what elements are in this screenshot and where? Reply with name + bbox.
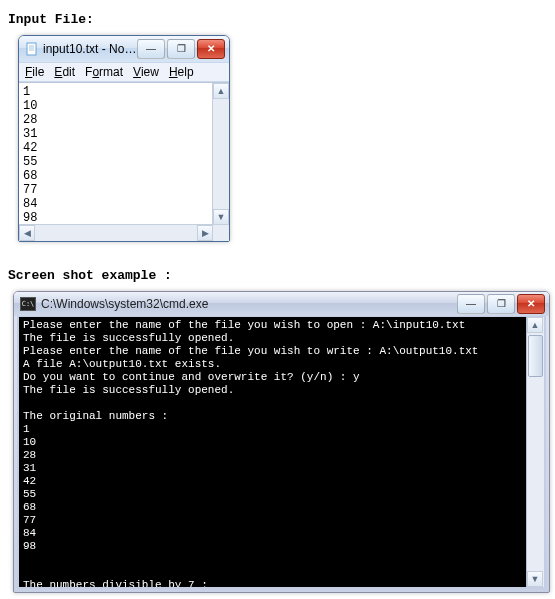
notepad-icon: [25, 42, 39, 56]
scroll-down-icon[interactable]: ▼: [213, 209, 229, 225]
cmd-vertical-scrollbar[interactable]: ▲ ▼: [526, 317, 544, 587]
minimize-button[interactable]: —: [137, 39, 165, 59]
menu-file[interactable]: File: [25, 65, 44, 79]
minimize-icon: —: [146, 44, 156, 54]
notepad-menubar: File Edit Format View Help: [19, 62, 229, 82]
menu-help[interactable]: Help: [169, 65, 194, 79]
maximize-icon: ❐: [177, 44, 186, 54]
close-button[interactable]: ✕: [197, 39, 225, 59]
vertical-scrollbar[interactable]: ▲ ▼: [212, 83, 229, 225]
cmd-output[interactable]: Please enter the name of the file you wi…: [19, 317, 526, 587]
scroll-down-icon[interactable]: ▼: [527, 571, 543, 587]
maximize-icon: ❐: [497, 299, 506, 309]
scroll-thumb[interactable]: [528, 335, 543, 377]
notepad-titlebar[interactable]: input10.txt - Note... — ❐ ✕: [19, 36, 229, 62]
minimize-icon: —: [466, 299, 476, 309]
close-icon: ✕: [207, 44, 215, 54]
cmd-maximize-button[interactable]: ❐: [487, 294, 515, 314]
cmd-close-button[interactable]: ✕: [517, 294, 545, 314]
notepad-text-area[interactable]: 1 10 28 31 42 55 68 77 84 98: [19, 83, 211, 223]
input-file-label: Input File:: [8, 12, 547, 27]
horizontal-scrollbar[interactable]: ◀ ▶: [19, 224, 213, 241]
scroll-up-icon[interactable]: ▲: [213, 83, 229, 99]
menu-edit[interactable]: Edit: [54, 65, 75, 79]
cmd-title: C:\Windows\system32\cmd.exe: [41, 297, 457, 311]
cmd-window: C:\ C:\Windows\system32\cmd.exe — ❐ ✕ Pl…: [13, 291, 550, 593]
svg-rect-0: [27, 43, 36, 55]
screenshot-example-label: Screen shot example :: [8, 268, 547, 283]
menu-view[interactable]: View: [133, 65, 159, 79]
notepad-title: input10.txt - Note...: [43, 42, 137, 56]
scroll-right-icon[interactable]: ▶: [197, 225, 213, 241]
scroll-up-icon[interactable]: ▲: [527, 317, 543, 333]
menu-format[interactable]: Format: [85, 65, 123, 79]
cmd-minimize-button[interactable]: —: [457, 294, 485, 314]
cmd-icon: C:\: [20, 297, 36, 311]
scroll-left-icon[interactable]: ◀: [19, 225, 35, 241]
scroll-corner: [212, 224, 229, 241]
close-icon: ✕: [527, 299, 535, 309]
cmd-titlebar[interactable]: C:\ C:\Windows\system32\cmd.exe — ❐ ✕: [14, 292, 549, 316]
maximize-button[interactable]: ❐: [167, 39, 195, 59]
notepad-window: input10.txt - Note... — ❐ ✕ File Edit Fo…: [18, 35, 230, 242]
